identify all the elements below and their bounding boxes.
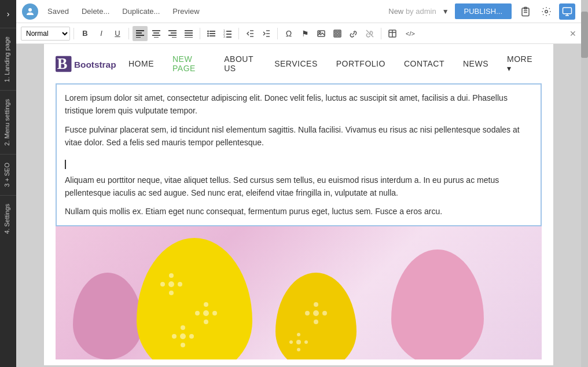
svg-rect-36 bbox=[226, 36, 231, 38]
nav-logo: B Bootstrap bbox=[56, 54, 119, 74]
page-dropdown[interactable]: ▼ bbox=[442, 8, 449, 16]
svg-point-81 bbox=[297, 348, 300, 351]
svg-rect-10 bbox=[136, 32, 142, 34]
svg-point-63 bbox=[195, 311, 200, 315]
sidebar-item-landing[interactable]: 1. Landing page bbox=[0, 28, 16, 90]
site-wrapper: B Bootstrap HOME NEW PAGE ABOUT US SERVI… bbox=[44, 44, 553, 365]
svg-rect-23 bbox=[185, 35, 193, 36]
nav-item-new-page[interactable]: NEW PAGE bbox=[163, 50, 215, 78]
sidebar-item-menu[interactable]: 2. Menu settings bbox=[0, 90, 16, 154]
svg-point-59 bbox=[178, 282, 182, 287]
media-button[interactable] bbox=[330, 26, 345, 41]
main-area: Saved Delete... Duplicate... Preview New… bbox=[16, 0, 581, 367]
svg-point-72 bbox=[313, 310, 319, 316]
table-button[interactable] bbox=[385, 26, 400, 41]
nav-item-portfolio[interactable]: PORTFOLIO bbox=[327, 54, 395, 73]
align-left-button[interactable] bbox=[133, 26, 148, 41]
unordered-list-button[interactable] bbox=[204, 26, 219, 41]
indent-increase-button[interactable] bbox=[259, 26, 274, 41]
scrollbar-thumb[interactable] bbox=[581, 12, 588, 58]
align-center-button[interactable] bbox=[149, 26, 164, 41]
indent-decrease-button[interactable] bbox=[242, 26, 258, 41]
sep-5 bbox=[277, 28, 278, 39]
text-block[interactable]: Lorem ipsum dolor sit amet, consectetur … bbox=[56, 83, 542, 226]
italic-button[interactable]: I bbox=[94, 26, 109, 41]
svg-rect-34 bbox=[226, 34, 231, 35]
svg-rect-46 bbox=[335, 31, 337, 33]
svg-point-67 bbox=[180, 333, 186, 339]
image-block bbox=[56, 226, 542, 359]
text-cursor bbox=[65, 160, 66, 169]
source-button[interactable]: </> bbox=[401, 26, 420, 41]
nav-item-more[interactable]: MORE ▾ bbox=[498, 50, 542, 78]
svg-point-5 bbox=[545, 10, 548, 13]
sidebar-item-seo[interactable]: 3 + SEO bbox=[0, 154, 16, 195]
svg-point-74 bbox=[322, 311, 327, 315]
monitor-icon[interactable] bbox=[559, 3, 575, 20]
clipboard-icon[interactable] bbox=[517, 3, 534, 20]
svg-point-79 bbox=[304, 340, 308, 344]
sidebar-item-settings[interactable]: 4. Settings bbox=[0, 195, 16, 242]
svg-rect-15 bbox=[152, 35, 160, 36]
toolbar-close-button[interactable]: ✕ bbox=[569, 29, 576, 38]
special-char-button[interactable]: Ω bbox=[281, 26, 296, 41]
paragraph-4: Nullam quis mollis ex. Etiam eget nunc c… bbox=[65, 205, 532, 218]
sep-3 bbox=[200, 28, 200, 39]
image-insert-button[interactable] bbox=[314, 26, 329, 41]
svg-point-64 bbox=[212, 311, 217, 315]
svg-rect-24 bbox=[185, 37, 193, 38]
anchor-button[interactable]: ⚑ bbox=[297, 26, 313, 41]
svg-rect-28 bbox=[210, 33, 215, 34]
svg-rect-14 bbox=[153, 32, 159, 34]
svg-point-65 bbox=[204, 302, 208, 307]
saved-label: Saved bbox=[44, 5, 72, 18]
svg-point-77 bbox=[296, 340, 301, 344]
svg-rect-20 bbox=[172, 37, 177, 38]
svg-rect-32 bbox=[226, 31, 231, 32]
svg-point-27 bbox=[207, 32, 209, 34]
underline-button[interactable]: U bbox=[110, 26, 125, 41]
publish-button[interactable]: PUBLISH... bbox=[455, 3, 512, 19]
right-scrollbar[interactable] bbox=[581, 0, 588, 367]
preview-button[interactable]: Preview bbox=[169, 5, 203, 18]
align-right-button[interactable] bbox=[165, 26, 180, 41]
sidebar-toggle[interactable]: › bbox=[7, 6, 10, 22]
paragraph-2: Fusce pulvinar placerat sem, id tincidun… bbox=[65, 123, 532, 149]
sep-1 bbox=[74, 28, 74, 39]
svg-rect-30 bbox=[210, 35, 215, 36]
settings-icon[interactable] bbox=[538, 3, 554, 20]
egg-pink-large bbox=[391, 249, 484, 359]
align-justify-button[interactable] bbox=[181, 26, 196, 41]
formatting-toolbar: Normal Heading 1 Heading 2 Heading 3 B I… bbox=[16, 23, 581, 44]
nav-item-contact[interactable]: CONTACT bbox=[395, 54, 454, 73]
svg-point-69 bbox=[189, 334, 194, 339]
delete-button[interactable]: Delete... bbox=[78, 5, 113, 18]
svg-point-58 bbox=[160, 282, 165, 287]
unlink-button[interactable] bbox=[362, 26, 377, 41]
svg-point-25 bbox=[207, 30, 209, 32]
svg-rect-13 bbox=[152, 30, 160, 31]
bold-button[interactable]: B bbox=[78, 26, 93, 41]
svg-point-75 bbox=[314, 302, 318, 307]
svg-text:B: B bbox=[57, 54, 68, 72]
svg-point-80 bbox=[297, 333, 300, 336]
svg-rect-16 bbox=[154, 37, 159, 38]
svg-point-61 bbox=[169, 291, 174, 295]
svg-point-0 bbox=[28, 8, 32, 12]
format-select[interactable]: Normal Heading 1 Heading 2 Heading 3 bbox=[21, 27, 70, 41]
svg-rect-26 bbox=[210, 31, 215, 32]
nav-item-services[interactable]: SERVICES bbox=[265, 54, 327, 73]
svg-point-70 bbox=[181, 325, 185, 330]
link-button[interactable] bbox=[346, 26, 361, 41]
svg-point-73 bbox=[305, 311, 310, 315]
nav-item-news[interactable]: NEWS bbox=[454, 54, 498, 73]
duplicate-button[interactable]: Duplicate... bbox=[119, 5, 163, 18]
ordered-list-button[interactable]: 1. 2. 3. bbox=[220, 26, 235, 41]
svg-rect-6 bbox=[563, 8, 572, 14]
svg-rect-21 bbox=[185, 30, 193, 31]
top-bar: Saved Delete... Duplicate... Preview New… bbox=[16, 0, 581, 23]
svg-rect-9 bbox=[136, 30, 144, 31]
nav-item-about[interactable]: ABOUT US bbox=[215, 50, 265, 78]
nav-item-home[interactable]: HOME bbox=[119, 54, 163, 73]
svg-rect-18 bbox=[171, 32, 177, 34]
